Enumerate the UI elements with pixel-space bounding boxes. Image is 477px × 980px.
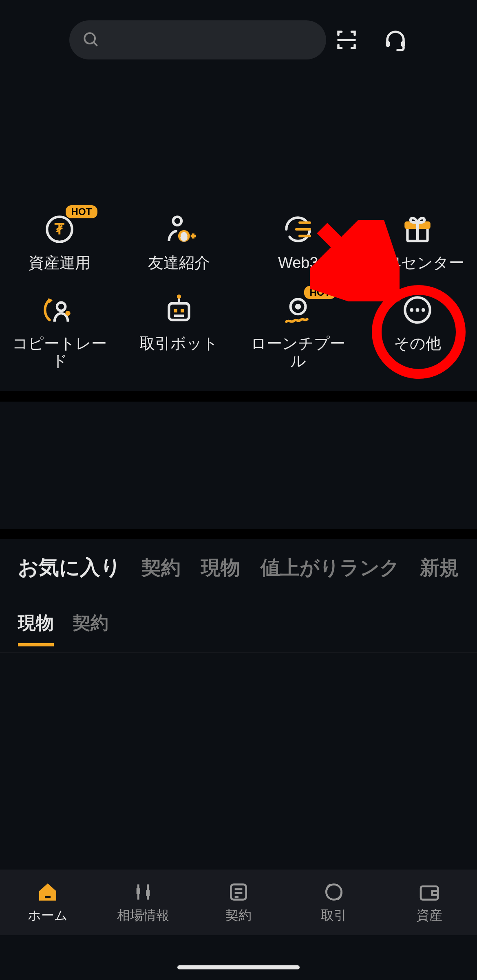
- svg-point-28: [295, 303, 301, 309]
- shortcut-web3[interactable]: Web3: [238, 212, 358, 272]
- svg-rect-24: [174, 309, 177, 312]
- support-button[interactable]: [383, 28, 408, 52]
- tab-label: 資産: [416, 907, 442, 925]
- home-indicator: [177, 965, 300, 969]
- shortcut-label: 取引ボット: [139, 335, 218, 353]
- scan-button[interactable]: [334, 28, 359, 52]
- tab-label: 取引: [321, 907, 347, 925]
- subtab-spot[interactable]: 現物: [18, 611, 54, 646]
- gift-icon: [401, 213, 434, 248]
- shortcut-copytrade[interactable]: コピートレード: [0, 292, 119, 370]
- tab-futures[interactable]: 契約: [141, 555, 181, 581]
- wallet-icon: [418, 881, 441, 903]
- shortcut-earn[interactable]: ₮ HOT 資産運用: [0, 212, 119, 272]
- tab-home[interactable]: ホーム: [0, 870, 95, 935]
- svg-rect-46: [432, 891, 438, 895]
- tab-futures-nav[interactable]: 契約: [191, 870, 286, 935]
- tab-markets[interactable]: 相場情報: [95, 870, 191, 935]
- tab-trade[interactable]: 取引: [286, 870, 382, 935]
- tab-label: 契約: [225, 907, 252, 925]
- shortcut-more[interactable]: その他: [358, 292, 477, 370]
- svg-text:$: $: [181, 232, 186, 241]
- shortcut-grid: ₮ HOT 資産運用 $ 友達紹介: [0, 212, 477, 370]
- tab-favorites[interactable]: お気に入り: [18, 554, 121, 581]
- bot-icon: [162, 293, 196, 328]
- shortcut-label: ローンチプール: [245, 335, 351, 370]
- svg-point-0: [84, 33, 95, 44]
- hot-badge: HOT: [66, 205, 98, 218]
- tab-label: 相場情報: [117, 907, 169, 925]
- svg-rect-21: [169, 303, 189, 320]
- shortcut-rewards[interactable]: 特典センター: [358, 212, 477, 272]
- svg-rect-3: [386, 41, 390, 47]
- copytrade-icon: [43, 293, 76, 328]
- search-input[interactable]: [69, 20, 326, 59]
- search-icon: [82, 30, 99, 50]
- svg-point-31: [415, 308, 419, 312]
- shortcut-label: 特典センター: [370, 254, 464, 272]
- tab-new[interactable]: 新規: [420, 555, 459, 581]
- market-sub-tabs: 現物 契約: [18, 611, 108, 646]
- divider: [0, 652, 477, 653]
- tab-assets[interactable]: 資産: [382, 870, 477, 935]
- shortcut-referral[interactable]: $ 友達紹介: [119, 212, 239, 272]
- tab-label: ホーム: [28, 907, 68, 925]
- separator: [0, 529, 477, 539]
- futures-icon: [227, 881, 250, 903]
- svg-rect-37: [137, 888, 140, 894]
- markets-icon: [132, 881, 155, 903]
- shortcut-launchpool[interactable]: HOT ローンチプール: [238, 292, 358, 370]
- shortcut-label: コピートレード: [7, 335, 113, 370]
- svg-text:₮: ₮: [54, 221, 64, 237]
- svg-rect-35: [45, 896, 51, 898]
- home-icon: [36, 881, 59, 903]
- svg-line-1: [94, 42, 97, 46]
- svg-point-19: [57, 302, 66, 311]
- more-icon: [401, 293, 434, 328]
- shortcut-label: 資産運用: [29, 254, 91, 272]
- trade-icon: [322, 881, 345, 903]
- svg-point-32: [422, 308, 425, 312]
- shortcut-bot[interactable]: 取引ボット: [119, 292, 239, 370]
- web3-icon: [281, 213, 315, 248]
- market-category-tabs: お気に入り 契約 現物 値上がりランク 新規: [18, 554, 469, 581]
- tab-gainers[interactable]: 値上がりランク: [261, 555, 400, 581]
- shortcut-label: その他: [394, 335, 441, 353]
- svg-rect-45: [421, 886, 438, 900]
- svg-point-20: [66, 311, 71, 316]
- svg-rect-25: [181, 309, 184, 312]
- shortcut-label: 友達紹介: [148, 254, 210, 272]
- subtab-futures[interactable]: 契約: [73, 611, 108, 643]
- referral-icon: $: [162, 213, 196, 248]
- shortcut-label: Web3: [278, 254, 318, 272]
- svg-point-7: [173, 217, 181, 225]
- svg-point-30: [410, 308, 413, 312]
- svg-point-23: [177, 294, 181, 299]
- hot-badge: HOT: [304, 286, 336, 299]
- svg-rect-39: [146, 890, 150, 896]
- separator: [0, 391, 477, 402]
- tab-spot[interactable]: 現物: [201, 555, 240, 581]
- bottom-tabbar: ホーム 相場情報 契約 取引 資産: [0, 870, 477, 935]
